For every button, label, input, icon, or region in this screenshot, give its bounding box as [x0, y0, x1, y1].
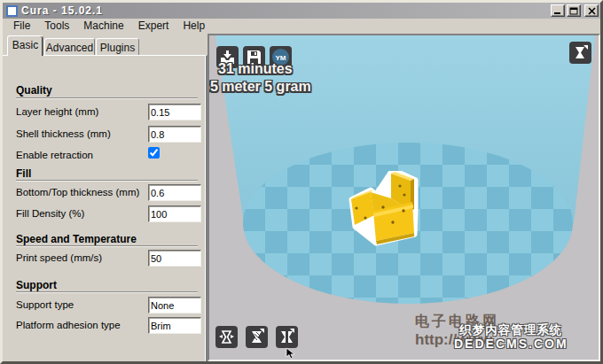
support-type-input[interactable] [148, 297, 201, 314]
support-type-label: Support type [16, 299, 74, 310]
section-title-quality: Quality [16, 84, 52, 97]
bottom-top-thickness-input[interactable] [148, 184, 201, 201]
rotate-button[interactable] [215, 326, 238, 348]
close-icon [588, 7, 596, 15]
menu-expert[interactable]: Expert [131, 19, 176, 34]
mouse-cursor [286, 347, 296, 360]
fill-density-label: Fill Density (%) [16, 208, 84, 219]
dedecms-watermark-cn: 织梦内容管理系统 [454, 324, 568, 337]
rotate-icon [218, 329, 235, 345]
bottom-top-thickness-label: Bottom/Top thickness (mm) [16, 187, 139, 197]
section-divider [16, 97, 198, 99]
scale-button[interactable] [246, 326, 268, 348]
minimize-icon [553, 7, 562, 15]
platform-adhesion-input[interactable] [148, 317, 201, 334]
fill-density-input[interactable] [148, 205, 201, 222]
menu-file[interactable]: File [6, 19, 37, 34]
tab-basic[interactable]: Basic [7, 35, 43, 56]
print-speed-input[interactable] [148, 250, 201, 267]
shell-thickness-label: Shell thickness (mm) [16, 128, 111, 139]
section-divider [16, 245, 198, 247]
menu-tools[interactable]: Tools [37, 19, 76, 34]
print-material: 65 meter 5 gram [209, 80, 311, 94]
print-time: 31 minutes [218, 62, 293, 76]
tab-plugins[interactable]: Plugins [96, 38, 139, 56]
mirror-button[interactable] [276, 326, 298, 348]
section-title-speed-temperature: Speed and Temperature [16, 233, 137, 245]
mirror-icon [278, 329, 295, 345]
basic-settings-panel: Quality Layer height (mm) Shell thicknes… [3, 55, 208, 361]
shell-thickness-input[interactable] [148, 126, 201, 143]
titlebar[interactable]: Cura - 15.02.1 [3, 3, 600, 19]
layer-height-label: Layer height (mm) [16, 106, 98, 117]
section-divider [16, 180, 198, 182]
minimize-button[interactable] [551, 4, 565, 17]
model-object[interactable] [344, 171, 454, 254]
view-mode-button[interactable] [569, 42, 591, 64]
view-mode-icon [573, 45, 588, 60]
close-button[interactable] [584, 4, 599, 17]
platform-adhesion-label: Platform adhesion type [16, 320, 121, 330]
maximize-button[interactable] [567, 4, 581, 17]
print-speed-label: Print speed (mm/s) [16, 252, 102, 263]
cura-window: Cura - 15.02.1 File Tools Machine Expert… [0, 0, 603, 364]
window-title: Cura - 15.02.1 [21, 4, 103, 17]
section-divider [16, 291, 198, 293]
dedecms-watermark-en: DEDECMS.COM [454, 337, 568, 351]
enable-retraction-label: Enable retraction [16, 150, 93, 160]
section-title-support: Support [16, 279, 57, 291]
enable-retraction-checkbox[interactable] [148, 147, 160, 159]
menu-help[interactable]: Help [176, 19, 212, 34]
maximize-icon [569, 7, 578, 15]
section-title-fill: Fill [16, 167, 31, 180]
menu-machine[interactable]: Machine [76, 19, 130, 34]
3d-viewport[interactable]: YM 31 minutes 65 meter 5 gram [208, 34, 600, 361]
scale-icon [248, 329, 265, 345]
app-icon [6, 5, 18, 17]
menubar: File Tools Machine Expert Help [3, 19, 600, 34]
dedecms-watermark: 织梦内容管理系统 DEDECMS.COM [454, 324, 568, 351]
layer-height-input[interactable] [148, 104, 201, 120]
tab-advanced[interactable]: Advanced [44, 38, 95, 56]
settings-sidebar: Basic Advanced Plugins Quality Layer hei… [3, 34, 208, 361]
